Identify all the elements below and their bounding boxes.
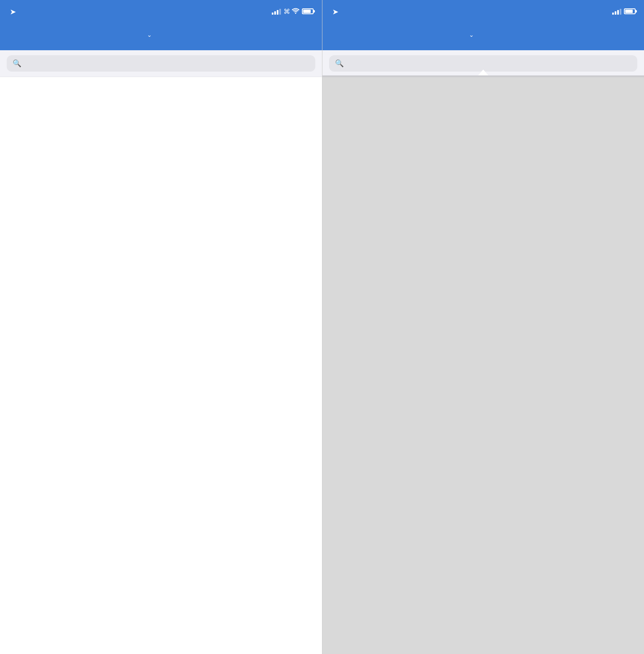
status-time-left: ➤ xyxy=(8,6,15,17)
search-icon-right: 🔍 xyxy=(335,59,344,68)
left-panel: ➤ ⌘ ⌄ 🔍 xyxy=(0,0,322,654)
filter-dropdown-left[interactable]: ⌄ xyxy=(145,31,152,38)
signal-icon-right xyxy=(612,8,621,15)
battery-icon xyxy=(302,8,314,14)
nav-bar-left: ⌄ xyxy=(0,22,322,50)
search-icon-left: 🔍 xyxy=(13,59,21,68)
signal-icon xyxy=(272,8,281,15)
nav-bar-right: ⌄ xyxy=(322,22,644,50)
search-bar-left: 🔍 xyxy=(0,50,322,77)
status-icons-right xyxy=(612,8,636,15)
status-bar-right: ➤ xyxy=(322,0,644,22)
status-bar-left: ➤ ⌘ xyxy=(0,0,322,22)
battery-icon-right xyxy=(624,8,636,14)
dim-overlay xyxy=(322,75,644,654)
search-input-left[interactable]: 🔍 xyxy=(7,55,315,72)
right-panel: ➤ ⌄ 🔍 xyxy=(322,0,644,654)
status-time-right: ➤ xyxy=(331,6,338,17)
document-list-left xyxy=(0,77,322,654)
location-icon-right: ➤ xyxy=(332,8,338,15)
dropdown-arrow xyxy=(478,70,488,75)
filter-dropdown-right[interactable]: ⌄ xyxy=(467,31,474,38)
status-icons-left: ⌘ xyxy=(272,8,314,15)
chevron-down-icon-left: ⌄ xyxy=(147,31,152,38)
chevron-down-icon-right: ⌄ xyxy=(469,31,474,38)
wifi-icon: ⌘ xyxy=(283,8,299,15)
location-icon: ➤ xyxy=(10,8,15,15)
